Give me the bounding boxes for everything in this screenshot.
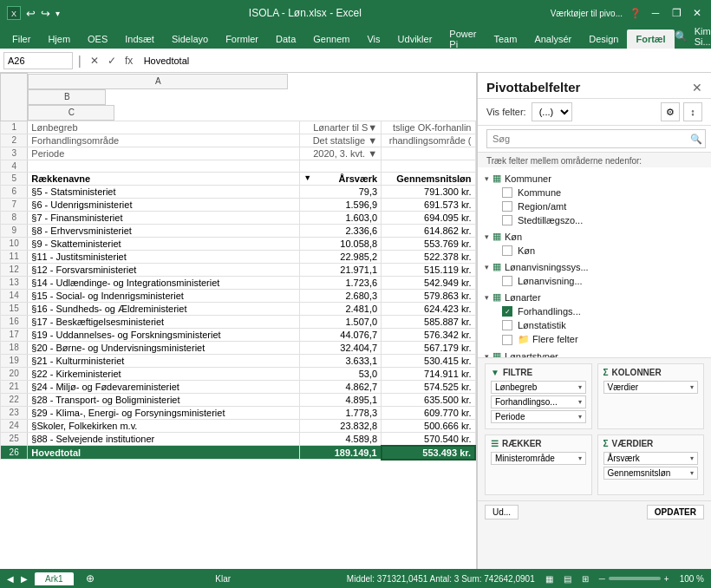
- restore-button[interactable]: ❐: [669, 7, 683, 19]
- view-layout-icon[interactable]: ▤: [564, 574, 571, 584]
- cell-c[interactable]: [382, 160, 475, 172]
- cell-a[interactable]: §20 - Børne- og Undervisningsministeriet: [28, 341, 300, 354]
- tab-formler[interactable]: Formler: [217, 29, 267, 49]
- cell-c[interactable]: 714.911 kr.: [382, 367, 475, 380]
- tab-data[interactable]: Data: [267, 29, 304, 49]
- field-checkbox[interactable]: [502, 335, 512, 345]
- cancel-formula-button[interactable]: ✕: [87, 53, 102, 69]
- cell-b[interactable]: 2.680,3: [300, 289, 382, 302]
- cell-b[interactable]: 10.058,8: [300, 237, 382, 250]
- cell-b[interactable]: Det statslige ▼: [300, 134, 382, 147]
- prev-sheet-button[interactable]: ◀: [7, 574, 14, 584]
- cell-b[interactable]: 1.603,0: [300, 211, 382, 224]
- cell-a[interactable]: §7 - Finansministeriet: [28, 211, 300, 224]
- cell-c[interactable]: 791.300 kr.: [382, 185, 475, 198]
- field-group-header[interactable]: ▾▦Lønarter: [478, 290, 711, 304]
- cell-a[interactable]: Forhandlingsområde: [28, 134, 300, 147]
- cell-c[interactable]: 530.415 kr.: [382, 354, 475, 367]
- view-page-icon[interactable]: ⊞: [582, 574, 589, 584]
- cell-a[interactable]: §6 - Udenrigsministeriet: [28, 198, 300, 211]
- cell-a[interactable]: §5 - Statsministeriet: [28, 185, 300, 198]
- cell-c[interactable]: 614.862 kr.: [382, 224, 475, 237]
- cell-c[interactable]: 553.769 kr.: [382, 237, 475, 250]
- tab-fortel[interactable]: Fortæl: [627, 29, 674, 49]
- cell-c[interactable]: 515.119 kr.: [382, 263, 475, 276]
- tab-powerpi[interactable]: Power Pi: [440, 29, 485, 49]
- cell-b[interactable]: 1.723,6: [300, 276, 382, 289]
- tab-analyser[interactable]: Analysér: [525, 29, 580, 49]
- cell-c[interactable]: 585.887 kr.: [382, 315, 475, 328]
- cell-b[interactable]: 21.971,1: [300, 263, 382, 276]
- zoom-in-button[interactable]: +: [664, 574, 669, 584]
- cell-a[interactable]: Hovedtotal: [28, 446, 300, 460]
- undo-icon[interactable]: ↩: [26, 7, 36, 20]
- cell-b[interactable]: 4.862,7: [300, 380, 382, 393]
- cell-a[interactable]: §21 - Kulturministeriet: [28, 354, 300, 367]
- tab-oes[interactable]: OES: [79, 29, 116, 49]
- list-item[interactable]: ✓Forhandlings...: [478, 304, 711, 318]
- tab-udvikler[interactable]: Udvikler: [389, 29, 441, 49]
- tab-design[interactable]: Design: [580, 29, 627, 49]
- cell-a[interactable]: §16 - Sundheds- og Ældreministeriet: [28, 302, 300, 315]
- cell-b[interactable]: 3.633,1: [300, 354, 382, 367]
- cell-a[interactable]: §28 - Transport- og Boligministeriet: [28, 393, 300, 406]
- cell-c[interactable]: 570.540 kr.: [382, 432, 475, 446]
- field-checkbox[interactable]: [502, 320, 512, 330]
- pivot-field-tag[interactable]: Ministerområde▾: [491, 452, 586, 465]
- cell-c[interactable]: 694.095 kr.: [382, 211, 475, 224]
- pivot-close-button[interactable]: ✕: [692, 81, 702, 95]
- tab-indsaet[interactable]: Indsæt: [116, 29, 163, 49]
- cell-a[interactable]: §9 - Skatteministeriet: [28, 237, 300, 250]
- tab-vis[interactable]: Vis: [358, 29, 388, 49]
- pivot-field-tag[interactable]: Lønbegreb▾: [491, 381, 586, 394]
- cell-a[interactable]: §8 - Erhvervsministeriet: [28, 224, 300, 237]
- cell-c[interactable]: [382, 147, 475, 160]
- cell-b[interactable]: [300, 160, 382, 172]
- zoom-out-button[interactable]: ─: [599, 574, 605, 584]
- cell-c[interactable]: 542.949 kr.: [382, 276, 475, 289]
- cell-a[interactable]: §17 - Beskæftigelsesministeriet: [28, 315, 300, 328]
- field-checkbox[interactable]: [502, 201, 512, 212]
- cell-a[interactable]: §24 - Miljø- og Fødevareministeriet: [28, 380, 300, 393]
- field-group-header[interactable]: ▾▦Lønartstyper: [478, 349, 711, 358]
- cell-b[interactable]: Lønarter til S▼: [300, 121, 382, 134]
- cell-a[interactable]: [28, 160, 300, 172]
- cell-c[interactable]: 691.573 kr.: [382, 198, 475, 211]
- pivot-search-input[interactable]: [486, 129, 706, 148]
- cell-b[interactable]: 2.481,0: [300, 302, 382, 315]
- cell-a[interactable]: §11 - Justitsministeriet: [28, 250, 300, 263]
- redo-icon[interactable]: ↪: [41, 7, 50, 20]
- pivot-field-tag[interactable]: Gennemsnitsløn▾: [603, 467, 699, 480]
- opdater-button[interactable]: OPDATER: [647, 505, 704, 519]
- cell-b[interactable]: 1.507,0: [300, 315, 382, 328]
- cell-b[interactable]: 4.895,1: [300, 393, 382, 406]
- field-group-header[interactable]: ▾▦Kommuner: [478, 171, 711, 186]
- vis-settings-button[interactable]: ⚙: [661, 102, 680, 121]
- cell-c[interactable]: 567.179 kr.: [382, 341, 475, 354]
- pivot-field-tag[interactable]: Årsværk▾: [603, 452, 699, 465]
- cell-c[interactable]: 522.378 kr.: [382, 250, 475, 263]
- cell-b[interactable]: 53,0: [300, 367, 382, 380]
- user-name[interactable]: Kim Si...: [695, 26, 711, 47]
- cell-a[interactable]: §29 - Klima-, Energi- og Forsyningsminis…: [28, 406, 300, 419]
- field-checkbox[interactable]: [502, 187, 512, 198]
- cell-reference[interactable]: [3, 52, 73, 69]
- help-icon[interactable]: ❓: [629, 8, 642, 19]
- close-button[interactable]: ✕: [690, 7, 704, 19]
- cell-b[interactable]: 189.149,1: [300, 446, 382, 460]
- tab-sidelayo[interactable]: Sidelayo: [163, 29, 217, 49]
- cell-c[interactable]: 635.500 kr.: [382, 393, 475, 406]
- cell-b[interactable]: 79,3: [300, 185, 382, 198]
- add-sheet-button[interactable]: ⊕: [81, 571, 100, 586]
- list-item[interactable]: Region/amt: [478, 199, 711, 213]
- cell-b[interactable]: ▼Årsværk: [300, 172, 382, 185]
- cell-c[interactable]: 624.423 kr.: [382, 302, 475, 315]
- pivot-field-tag[interactable]: Værdier▾: [603, 381, 699, 394]
- pivot-field-tag[interactable]: Periode▾: [491, 410, 586, 423]
- cell-b[interactable]: 44.076,7: [300, 328, 382, 341]
- confirm-formula-button[interactable]: ✓: [104, 53, 120, 69]
- cell-a[interactable]: §19 - Uddannelses- og Forskningsminister…: [28, 328, 300, 341]
- cell-a[interactable]: §15 - Social- og Indenrigsministeriet: [28, 289, 300, 302]
- field-checkbox[interactable]: [502, 245, 512, 256]
- cell-b[interactable]: 23.832,8: [300, 419, 382, 432]
